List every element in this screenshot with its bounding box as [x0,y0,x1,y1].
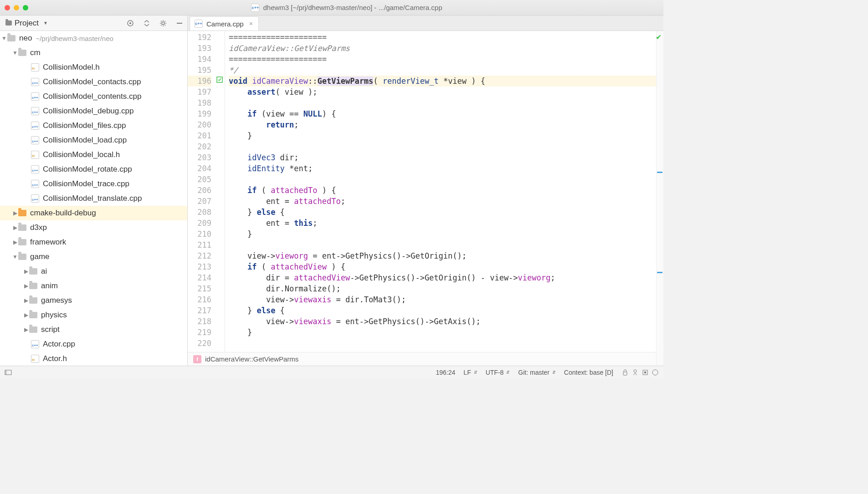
tree-folder[interactable]: ▶anim [0,279,187,293]
line-number[interactable]: 203 [188,152,211,163]
chevron-down-icon[interactable]: ▼ [12,50,18,56]
tree-folder[interactable]: ▶physics [0,308,187,322]
tree-file[interactable]: c++CollisionModel_debug.cpp [0,104,187,118]
line-separator-selector[interactable]: LF⇵ [463,369,477,376]
line-number[interactable]: 210 [188,229,211,239]
chevron-down-icon[interactable]: ▼ [1,35,7,41]
chevron-down-icon[interactable]: ▼ [12,254,18,260]
code-line[interactable]: } [229,327,663,338]
line-number[interactable]: 201 [188,130,211,141]
locate-icon[interactable] [126,19,134,27]
chevron-right-icon[interactable]: ▶ [12,224,18,231]
line-number[interactable]: 217 [188,305,211,316]
code-line[interactable]: idEntity *ent; [229,163,663,174]
caret-position[interactable]: 196:24 [436,369,456,376]
tree-folder-game[interactable]: ▼ game [0,250,187,264]
tree-file[interactable]: c++CollisionModel_contents.cpp [0,89,187,104]
chevron-right-icon[interactable]: ▶ [23,268,29,275]
fold-gutter[interactable] [215,31,225,352]
tree-folder[interactable]: ▶d3xp [0,220,187,235]
code-line[interactable] [229,141,663,152]
tree-file[interactable]: c++Actor.cpp [0,337,187,351]
code-line[interactable]: } else { [229,305,663,316]
close-icon[interactable]: × [249,20,253,27]
line-number[interactable]: 202 [188,141,211,152]
line-number[interactable]: 212 [188,250,211,261]
tree-folder[interactable]: ▶script [0,322,187,337]
line-number[interactable]: 196 [188,76,211,87]
hide-panel-icon[interactable] [175,19,184,27]
code-line[interactable]: ent = attachedTo; [229,196,663,207]
tree-file[interactable]: c++CollisionModel_files.cpp [0,118,187,133]
line-number[interactable]: 220 [188,338,211,349]
editor[interactable]: 1921931941951961971981992002012022032042… [188,31,663,366]
encoding-selector[interactable]: UTF-8⇵ [486,369,510,376]
chevron-right-icon[interactable]: ▶ [12,239,18,245]
code-line[interactable] [229,239,663,250]
code-line[interactable]: void idCameraView::GetViewParms( renderV… [229,76,663,87]
tree-file[interactable]: c++CollisionModel_translate.cpp [0,191,187,206]
line-number[interactable]: 208 [188,207,211,218]
lock-icon[interactable] [621,369,629,376]
gear-icon[interactable] [159,19,167,27]
code-line[interactable]: } [229,130,663,141]
code-line[interactable]: if ( attachedTo ) { [229,185,663,196]
line-number[interactable]: 207 [188,196,211,207]
zoom-window-button[interactable] [23,5,28,10]
line-number-gutter[interactable]: 1921931941951961971981992002012022032042… [188,31,215,352]
minimize-window-button[interactable] [14,5,19,10]
code-line[interactable]: idVec3 dir; [229,152,663,163]
tree-folder[interactable]: ▶cmake-build-debug [0,206,187,220]
project-panel-header[interactable]: Project ▼ [0,15,188,31]
close-window-button[interactable] [5,5,10,10]
chevron-right-icon[interactable]: ▶ [23,312,29,318]
tree-file[interactable]: HActor.h [0,351,187,366]
line-number[interactable]: 215 [188,283,211,294]
tool-window-icon[interactable] [5,369,12,376]
tree-folder-cm[interactable]: ▼ cm [0,46,187,60]
line-number[interactable]: 211 [188,239,211,250]
line-number[interactable]: 199 [188,108,211,119]
line-number[interactable]: 204 [188,163,211,174]
breadcrumb[interactable]: f idCameraView::GetViewParms [188,352,663,366]
tree-file[interactable]: c++CollisionModel_rotate.cpp [0,162,187,177]
breadcrumb-symbol[interactable]: idCameraView::GetViewParms [205,355,298,363]
tree-file[interactable]: c++CollisionModel_trace.cpp [0,177,187,191]
line-number[interactable]: 216 [188,294,211,305]
git-branch[interactable]: Git: master⇵ [518,369,555,376]
line-number[interactable]: 219 [188,327,211,338]
tree-file[interactable]: c++CollisionModel_load.cpp [0,133,187,148]
code-line[interactable]: view->vieworg = ent->GetPhysics()->GetOr… [229,250,663,261]
line-number[interactable]: 206 [188,185,211,196]
line-number[interactable]: 200 [188,119,211,130]
code-line[interactable]: dir = attachedView->GetPhysics()->GetOri… [229,272,663,283]
scroll-mark[interactable] [657,272,663,273]
chevron-right-icon[interactable]: ▶ [23,283,29,289]
chevron-right-icon[interactable]: ▶ [12,210,18,216]
tree-root[interactable]: ▼ neo ~/prj/dhewm3-master/neo [0,31,187,46]
scroll-marker-strip[interactable]: ✔ [656,31,663,366]
code-line[interactable]: idCameraView::GetViewParms [229,43,663,54]
code-line[interactable] [229,97,663,108]
code-line[interactable]: dir.Normalize(); [229,283,663,294]
code-line[interactable]: view->viewaxis = dir.ToMat3(); [229,294,663,305]
tab-camera-cpp[interactable]: c++ Camera.cpp × [190,16,259,31]
line-number[interactable]: 209 [188,218,211,229]
tree-folder[interactable]: ▶gamesys [0,293,187,308]
code-area[interactable]: 1921931941951961971981992002012022032042… [188,31,663,352]
line-number[interactable]: 214 [188,272,211,283]
line-number[interactable]: 197 [188,87,211,97]
code-line[interactable]: if ( attachedView ) { [229,261,663,272]
tree-folder[interactable]: ▶framework [0,235,187,250]
code-line[interactable]: } else { [229,207,663,218]
goto-icon[interactable] [652,369,659,376]
chevron-right-icon[interactable]: ▶ [23,297,29,304]
code-line[interactable]: ===================== [229,32,663,43]
tree-folder[interactable]: ▶ai [0,264,187,279]
code-line[interactable]: ===================== [229,54,663,65]
code-content[interactable]: =====================idCameraView::GetVi… [225,31,663,352]
code-line[interactable]: assert( view ); [229,87,663,97]
code-line[interactable]: view->viewaxis = ent->GetPhysics()->GetA… [229,316,663,327]
collapse-icon[interactable] [143,19,151,27]
code-line[interactable]: } [229,229,663,239]
